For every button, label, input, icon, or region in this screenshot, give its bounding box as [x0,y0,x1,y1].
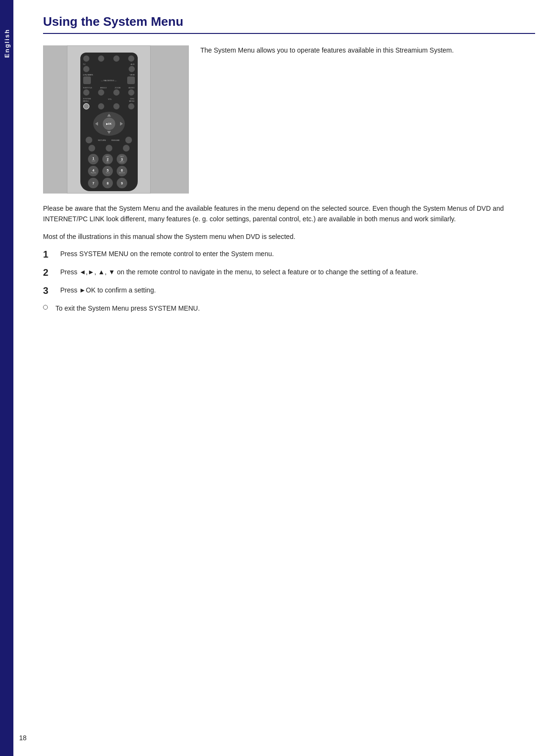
remote-arrow-left [95,122,98,126]
remote-sysmenu-vol-discmenu-btns [83,103,135,109]
step-1-text: Press SYSTEM MENU on the remote control … [60,248,535,259]
bullet-circle-icon [43,305,48,310]
page-number: 18 [19,734,27,742]
remote-arrow-up [107,114,111,117]
remote-unmark-view-row: (UN) MARK VIEW [83,74,135,76]
view-label: VIEW [130,74,134,76]
numpad-6: 6 WXYZ [117,166,127,176]
remote-tv-aux-labels: TV AUX [83,63,135,65]
numpad-5: 5 TUV [102,166,113,176]
bullet-item: To exit the System Menu press SYSTEM MEN… [43,303,535,313]
system-menu-label: SYSTEMMENU [83,98,91,103]
resume-label: RESUME [111,139,120,141]
remote-next-btn [125,137,132,143]
remote-arrow-right [120,122,123,126]
remote-numpad: 1 GHI ABC 2 JKL DEF 3 MNO [88,154,129,188]
audio-label: AUDIO [129,86,135,89]
remote-dvd-btn [83,55,89,62]
aux-label: AUX [131,63,134,65]
remote-radio-btn [128,55,134,62]
remote-view-btn [127,76,135,84]
remote-angle-btn [98,89,104,96]
intro-para1: The System Menu allows you to operate fe… [200,45,535,55]
remote-image-area: TV AUX (UN) MARK VIEW [43,45,189,194]
remote-unmark-view-btns: — FAVORITES — [83,76,135,84]
remote-system-menu-btn[interactable] [83,103,89,109]
remote-body: TV AUX (UN) MARK VIEW [80,53,138,191]
angle-label: ANGLE [100,86,107,89]
zoom-label: ZOOM [115,86,121,89]
numpad-7: 7 [88,178,99,188]
return-label: RETURN [98,139,106,141]
remote-ok-center: ▶OK [103,118,115,130]
remote-internet-btn [98,55,104,62]
remote-dpad: ▶OK [93,112,125,136]
remote-tv-btn [83,66,89,72]
gray-panel-right [151,45,189,194]
remote-play-btn [106,145,112,151]
body-para2: Please be aware that the System Menu and… [43,203,535,225]
content-top: TV AUX (UN) MARK VIEW [43,45,535,194]
numpad-3: DEF 3 MNO [117,154,127,164]
remote-top-row [83,55,135,62]
remote-vol-plus-btn [113,103,120,109]
remote-container: TV AUX (UN) MARK VIEW [67,45,151,194]
remote-arrow-down [107,131,111,134]
disc-menu-label: DISCMENU [129,98,135,103]
remote-pause-btn [123,145,130,151]
step-3-number: 3 [43,285,53,296]
remote-subtitle-btn [83,89,89,96]
tv-label: TV [83,63,86,65]
step-2-number: 2 [43,267,53,278]
numpad-1: 1 GHI [88,154,99,164]
bullet-text: To exit the System Menu press SYSTEM MEN… [55,303,200,313]
page-title: Using the System Menu [43,14,535,34]
remote-aux-btn [129,66,135,72]
step-2-text: Press ◄,►, ▲, ▼ on the remote control to… [60,267,535,277]
subtitle-label: SUBTITLE [83,86,92,89]
numpad-2: ABC 2 JKL [102,154,113,164]
favorites-label: — FAVORITES — [101,79,116,82]
sidebar-tab: English [0,0,13,756]
step-3: 3 Press ►OK to confirm a setting. [43,285,535,296]
remote-audio-btn [128,89,134,96]
remote-stop-btn [88,145,95,151]
remote-sysmenu-discmenu-labels: SYSTEMMENU VOL DISCMENU [83,98,135,103]
sidebar-label: English [3,29,11,58]
remote-vol-minus-btn [98,103,104,109]
body-para3: Most of the illustrations in this manual… [43,231,535,242]
step-2: 2 Press ◄,►, ▲, ▼ on the remote control … [43,267,535,278]
numpad-9: 9 [117,178,127,188]
numpad-8: 8 [102,178,113,188]
remote-unmark-btn [83,76,91,84]
remote-tv-aux-row [83,66,135,72]
remote-transport-row: RETURN RESUME [83,137,135,143]
unmark-label: (UN) MARK [83,74,93,76]
remote-pclink-btn [113,55,120,62]
main-content: Using the System Menu TV AU [19,0,559,349]
remote-subtitle-audio-btns [83,89,135,96]
remote-prev-btn [86,137,92,143]
step-3-text: Press ►OK to confirm a setting. [60,285,535,295]
remote-zoom-btn [113,89,120,96]
remote-playback-row [83,145,135,151]
intro-text: The System Menu allows you to operate fe… [200,45,535,194]
vol-label: VOL [108,98,112,103]
remote-ok-label: ▶OK [106,122,112,125]
numpad-4: 4 PQRS [88,166,99,176]
remote-disc-menu-btn [128,103,134,109]
remote-subtitle-audio-labels: SUBTITLE ANGLE ZOOM AUDIO [83,86,135,89]
gray-panel-left [43,45,67,194]
step-1-number: 1 [43,248,53,260]
step-1: 1 Press SYSTEM MENU on the remote contro… [43,248,535,260]
